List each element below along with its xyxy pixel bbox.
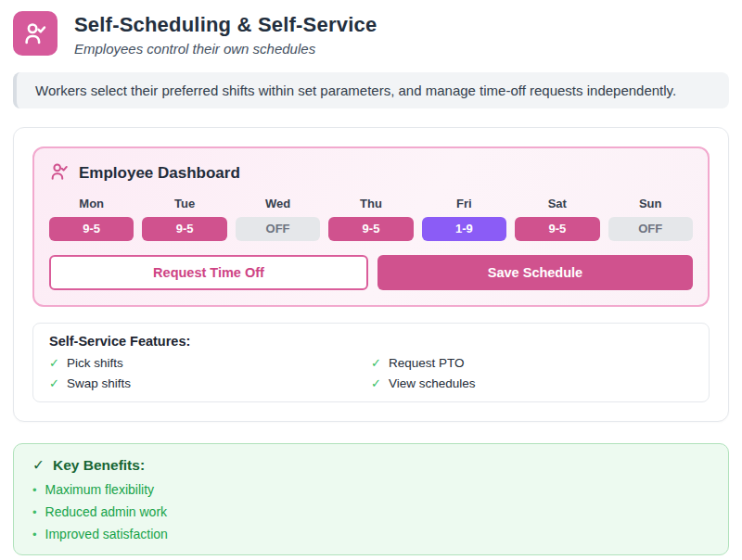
feature-item-pick-shifts: ✓ Pick shifts	[49, 356, 371, 370]
feature-item-swap-shifts: ✓ Swap shifts	[49, 376, 371, 390]
check-icon: ✓	[371, 356, 381, 370]
week-schedule-row: Mon 9-5 Tue 9-5 Wed OFF Thu 9-5 Fri 1-9 …	[49, 197, 693, 241]
feature-item-request-pto: ✓ Request PTO	[371, 356, 693, 370]
bullet-icon: •	[32, 528, 37, 541]
check-icon: ✓	[32, 457, 45, 474]
page-header: Self-Scheduling & Self-Service Employees…	[13, 11, 729, 57]
feature-label: Swap shifts	[67, 376, 131, 390]
day-column-wed: Wed OFF	[236, 197, 320, 241]
request-time-off-button[interactable]: Request Time Off	[49, 255, 368, 290]
benefit-label: Improved satisfaction	[45, 527, 168, 541]
save-schedule-button[interactable]: Save Schedule	[377, 255, 693, 290]
description-banner: Workers select their preferred shifts wi…	[13, 72, 729, 108]
self-service-features-panel: Self-Service Features: ✓ Pick shifts ✓ S…	[32, 323, 710, 402]
features-title: Self-Service Features:	[49, 334, 693, 349]
dashboard-title: Employee Dashboard	[79, 164, 240, 183]
benefit-item-admin-work: • Reduced admin work	[32, 504, 710, 519]
day-column-tue: Tue 9-5	[142, 197, 226, 241]
feature-label: View schedules	[389, 376, 476, 390]
title-block: Self-Scheduling & Self-Service Employees…	[74, 11, 377, 57]
day-column-fri: Fri 1-9	[422, 197, 506, 241]
shift-badge-thu[interactable]: 9-5	[328, 217, 413, 241]
page-title: Self-Scheduling & Self-Service	[74, 13, 377, 37]
feature-item-view-schedules: ✓ View schedules	[371, 376, 693, 390]
dashboard-actions: Request Time Off Save Schedule	[49, 255, 693, 290]
bullet-icon: •	[32, 506, 37, 518]
dashboard-header: Employee Dashboard	[49, 161, 693, 185]
check-icon: ✓	[371, 376, 381, 390]
day-label: Wed	[236, 197, 320, 210]
benefit-label: Reduced admin work	[45, 504, 168, 519]
day-column-sat: Sat 9-5	[515, 197, 599, 241]
key-benefits-box: ✓ Key Benefits: • Maximum flexibility • …	[13, 443, 729, 555]
benefit-label: Maximum flexibility	[45, 482, 154, 497]
feature-label: Request PTO	[389, 356, 465, 370]
benefit-item-satisfaction: • Improved satisfaction	[32, 527, 710, 541]
shift-badge-sun[interactable]: OFF	[608, 217, 693, 241]
benefit-item-flexibility: • Maximum flexibility	[32, 482, 710, 497]
schedule-card: Employee Dashboard Mon 9-5 Tue 9-5 Wed O…	[13, 127, 729, 422]
benefits-title: ✓ Key Benefits:	[32, 457, 710, 474]
day-column-thu: Thu 9-5	[328, 197, 413, 241]
check-icon: ✓	[49, 356, 59, 370]
shift-badge-sat[interactable]: 9-5	[515, 217, 599, 241]
day-label: Fri	[422, 197, 506, 210]
shift-badge-mon[interactable]: 9-5	[49, 217, 134, 241]
bullet-icon: •	[32, 484, 37, 496]
day-label: Thu	[328, 197, 413, 210]
day-column-mon: Mon 9-5	[49, 197, 134, 241]
shift-badge-fri[interactable]: 1-9	[422, 217, 506, 241]
feature-label: Pick shifts	[67, 356, 123, 370]
user-check-icon	[13, 11, 58, 56]
day-label: Tue	[142, 197, 226, 210]
shift-badge-tue[interactable]: 9-5	[142, 217, 226, 241]
shift-badge-wed[interactable]: OFF	[236, 217, 320, 241]
employee-dashboard-panel: Employee Dashboard Mon 9-5 Tue 9-5 Wed O…	[32, 146, 710, 307]
features-grid: ✓ Pick shifts ✓ Swap shifts ✓ Request PT…	[49, 356, 693, 390]
page-subtitle: Employees control their own schedules	[74, 41, 377, 57]
day-label: Sun	[608, 197, 693, 210]
day-label: Sat	[515, 197, 599, 210]
benefits-title-label: Key Benefits:	[53, 457, 145, 474]
day-label: Mon	[49, 197, 134, 210]
day-column-sun: Sun OFF	[608, 197, 693, 241]
user-check-icon	[49, 161, 70, 185]
check-icon: ✓	[49, 376, 59, 390]
